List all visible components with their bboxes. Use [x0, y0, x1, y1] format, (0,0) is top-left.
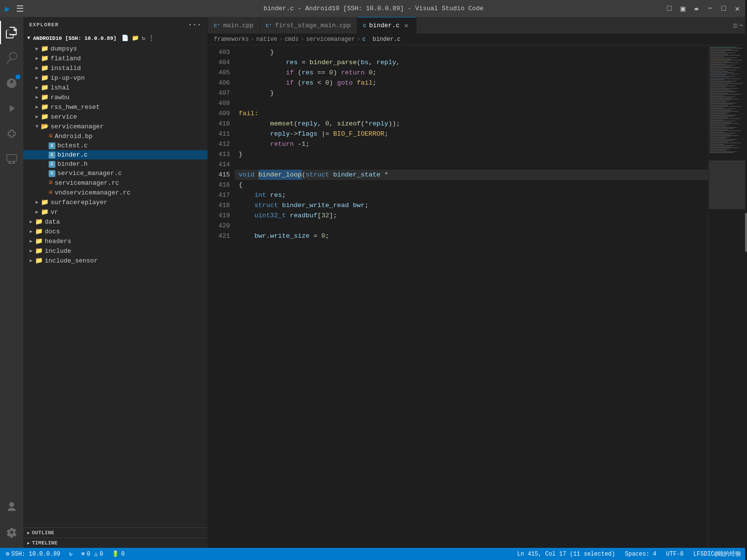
tab-close-icon[interactable]: ✕	[402, 22, 410, 30]
tab-icon: C	[363, 23, 366, 29]
code-line-408	[235, 98, 708, 108]
c-file-icon: C	[49, 152, 55, 158]
activity-item-settings[interactable]	[0, 521, 23, 544]
minimap-viewport	[709, 160, 747, 209]
status-broadcast[interactable]: 🔋 0	[110, 548, 126, 560]
tree-item-label: service_manager.c	[57, 170, 122, 177]
layout-single-btn[interactable]: □	[664, 4, 674, 14]
status-sync[interactable]: ↻	[67, 548, 74, 560]
tree-item-lshal[interactable]: ▶ 📁 lshal	[23, 83, 208, 92]
tree-item-flatland[interactable]: ▶ 📁 flatland	[23, 53, 208, 63]
warning-count: 0	[100, 551, 103, 558]
tree-item-binder-c[interactable]: C binder.c	[23, 150, 208, 159]
folder-icon: 📁	[35, 257, 43, 264]
tree-item-rss-hwm-reset[interactable]: ▶ 📁 rss_hwm_reset	[23, 102, 208, 112]
maximize-btn[interactable]: □	[719, 4, 729, 14]
tree-item-label: flatland	[51, 55, 81, 62]
minimize-btn[interactable]: −	[705, 4, 715, 14]
folder-open-icon: 📂	[41, 122, 49, 130]
tree-item-vndservicemanager-rc[interactable]: ≡ vndservicemanager.rc	[23, 188, 208, 197]
tree-item-label: Android.bp	[54, 133, 92, 140]
line-num: 404	[208, 57, 230, 68]
broadcast-icon: 🔋	[112, 550, 119, 558]
tree-item-rawbu[interactable]: ▶ 📁 rawbu	[23, 92, 208, 102]
collapse-icon[interactable]: ⋮	[148, 35, 154, 42]
chevron-right-icon: ▶	[33, 46, 41, 52]
workspace-header[interactable]: ▼ ANDROID10 [SSH: 10.0.0.89] 📄 📁 ↻ ⋮	[23, 33, 208, 44]
layout-grid-btn[interactable]: ⇼	[692, 4, 701, 14]
tree-item-surfacereplayer[interactable]: ▶ 📁 surfacereplayer	[23, 197, 208, 207]
folder-icon: 📁	[41, 45, 49, 52]
config-file-icon: ≡	[49, 132, 52, 140]
tab-label: first_stage_main.cpp	[275, 22, 351, 29]
tree-item-installd[interactable]: ▶ 📁 installd	[23, 63, 208, 73]
activity-item-search[interactable]	[0, 46, 23, 70]
minimap-scrollbar-track	[745, 45, 747, 548]
close-btn[interactable]: ✕	[732, 4, 742, 14]
activity-item-remote[interactable]	[0, 147, 23, 171]
tab-main-cpp[interactable]: C⁺ main.cpp	[208, 17, 260, 34]
chevron-right-icon: ▶	[33, 55, 41, 61]
tree-item-servicemanager-rc[interactable]: ≡ servicemanager.rc	[23, 178, 208, 188]
tree-item-label: lshal	[51, 84, 69, 91]
breadcrumb-cmds[interactable]: cmds	[285, 36, 299, 43]
status-position[interactable]: Ln 415, Col 17 (11 selected)	[515, 548, 617, 560]
breadcrumb-file[interactable]: C binder.c	[363, 36, 401, 43]
tab-first-stage[interactable]: C⁺ first_stage_main.cpp	[260, 17, 357, 34]
tree-item-include[interactable]: ▶ 📁 include	[23, 246, 208, 256]
timeline-section[interactable]: ▶ TIMELINE	[23, 538, 208, 548]
sidebar-more-actions[interactable]: ···	[188, 21, 202, 29]
new-file-icon[interactable]: 📄	[122, 35, 129, 42]
activity-item-source-control[interactable]	[0, 71, 23, 95]
tree-item-docs[interactable]: ▶ 📁 docs	[23, 227, 208, 236]
tree-item-vr[interactable]: ▶ 📁 vr	[23, 207, 208, 217]
tree-item-label: servicemanager.rc	[54, 179, 119, 187]
chevron-right-icon: ▶	[27, 238, 35, 244]
source-control-badge	[16, 74, 20, 79]
line-num: 409	[208, 108, 230, 119]
tree-item-headers[interactable]: ▶ 📁 headers	[23, 236, 208, 246]
split-editor-icon[interactable]: ◫	[733, 21, 737, 29]
folder-icon: 📁	[41, 64, 49, 72]
more-actions-icon[interactable]: ⋯	[739, 21, 743, 29]
tree-item-bctest[interactable]: C bctest.c	[23, 141, 208, 150]
tree-item-label: bctest.c	[57, 142, 87, 149]
tree-item-ip-up-vpn[interactable]: ▶ 📁 ip-up-vpn	[23, 73, 208, 83]
activity-item-account[interactable]	[0, 495, 23, 519]
tree-item-service-manager-c[interactable]: C service_manager.c	[23, 169, 208, 178]
code-content[interactable]: } res = binder_parse(bs, reply, if (res …	[235, 45, 708, 548]
tree-item-dumpsys[interactable]: ▶ 📁 dumpsys	[23, 44, 208, 53]
folder-icon: 📁	[41, 84, 49, 91]
status-ssh[interactable]: ⚙ SSH: 10.0.0.89	[4, 548, 62, 560]
folder-icon: 📁	[41, 74, 49, 82]
config-file-icon: ≡	[49, 179, 52, 187]
status-spaces[interactable]: Spaces: 4	[623, 548, 659, 560]
new-folder-icon[interactable]: 📁	[132, 35, 139, 42]
breadcrumb-frameworks[interactable]: frameworks	[214, 36, 249, 43]
minimap-scrollbar-thumb[interactable]	[745, 213, 747, 252]
sync-icon: ↻	[69, 550, 72, 558]
tree-item-service[interactable]: ▶ 📁 service	[23, 112, 208, 122]
code-line-409: fail:	[235, 108, 708, 119]
activity-item-extensions[interactable]	[0, 122, 23, 145]
activity-item-explorer[interactable]	[0, 21, 23, 44]
tree-item-label: data	[45, 218, 60, 226]
activity-item-run[interactable]	[0, 97, 23, 120]
tab-binder-c[interactable]: C binder.c ✕	[357, 17, 417, 34]
hamburger-menu[interactable]: ☰	[16, 3, 24, 14]
layout-split-btn[interactable]: ▣	[678, 4, 688, 14]
refresh-icon[interactable]: ↻	[142, 35, 145, 42]
code-line-405: if (res == 0) return 0;	[235, 68, 708, 78]
tree-item-data[interactable]: ▶ 📁 data	[23, 217, 208, 227]
breadcrumb-native[interactable]: native	[256, 36, 277, 43]
status-eol[interactable]: LFSDIC@顾的经验	[692, 548, 743, 560]
tree-item-include-sensor[interactable]: ▶ 📁 include_sensor	[23, 256, 208, 265]
code-line-419: uint32_t readbuf[32];	[235, 210, 708, 221]
tree-item-android-bp[interactable]: ≡ Android.bp	[23, 131, 208, 141]
breadcrumb-servicemanager[interactable]: servicemanager	[306, 36, 355, 43]
tree-item-binder-h[interactable]: C binder.h	[23, 159, 208, 169]
status-errors[interactable]: ⊗ 0 △ 0	[79, 548, 105, 560]
status-encoding[interactable]: UTF-8	[664, 548, 686, 560]
tree-item-servicemanager[interactable]: ▼ 📂 servicemanager	[23, 122, 208, 131]
outline-section[interactable]: ▶ OUTLINE	[23, 527, 208, 538]
